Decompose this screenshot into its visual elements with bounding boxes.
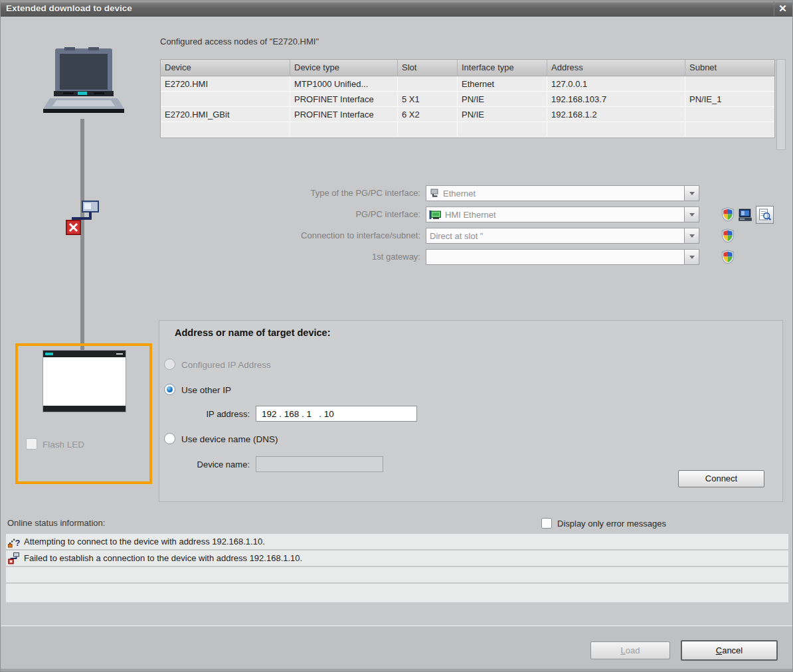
failed-connection-icon	[7, 552, 20, 564]
pgpc-interface-dropdown[interactable]: HMI Ethernet	[426, 207, 699, 222]
cell-device-type: PROFINET Interface	[290, 107, 398, 122]
security-shield-icon	[721, 228, 735, 243]
cell-subnet: PN/IE_1	[685, 92, 774, 106]
gateway-dropdown[interactable]	[426, 249, 699, 265]
footer-bar: Load Cancel	[1, 626, 792, 671]
device-name-label: Device name:	[159, 460, 250, 469]
pgpc-type-dropdown[interactable]: Ethernet	[426, 185, 699, 201]
svg-text:?: ?	[15, 538, 21, 548]
cell-device	[161, 122, 290, 137]
online-status-label: Online status information:	[7, 518, 105, 528]
cell-subnet	[685, 122, 774, 137]
cell-device-type	[290, 122, 398, 137]
flash-led-checkbox	[26, 438, 37, 450]
col-header-subnet: Subnet	[685, 60, 774, 76]
status-row[interactable]	[6, 567, 788, 582]
display-errors-checkbox[interactable]	[541, 518, 552, 529]
connection-subnet-value: Direct at slot "	[429, 231, 483, 241]
computer-icon[interactable]	[738, 208, 752, 222]
status-row[interactable]: Failed to establish a connection to the …	[6, 550, 788, 566]
use-other-ip-radio[interactable]	[164, 384, 175, 395]
broken-connection-icon	[62, 199, 101, 238]
security-shield-icon	[721, 207, 735, 222]
status-message-list: ? Attempting to connect to the device wi…	[6, 534, 788, 604]
cell-device-type: MTP1000 Unified...	[290, 76, 398, 91]
table-row[interactable]: E2720.HMI_GBit PROFINET Interface 6 X2 P…	[161, 107, 774, 122]
chevron-down-icon	[689, 234, 695, 238]
table-header-row: Device Device type Slot Interface type A…	[161, 60, 774, 76]
cell-subnet	[685, 107, 774, 122]
pgpc-interface-value: HMI Ethernet	[442, 210, 496, 220]
configured-ip-radio	[164, 359, 175, 370]
security-shield-icon	[721, 250, 735, 264]
dropdown-arrow-button[interactable]	[684, 228, 699, 243]
col-header-device-type: Device type	[290, 60, 398, 76]
pg-laptop-icon	[41, 46, 126, 120]
cell-device: E2720.HMI	[161, 76, 290, 91]
hmi-panel-icon	[43, 351, 126, 412]
col-header-device: Device	[161, 60, 290, 76]
network-card-icon	[429, 210, 442, 220]
pgpc-type-label: Type of the PG/PC interface:	[160, 185, 420, 201]
table-row[interactable]: E2720.HMI MTP1000 Unified... Ethernet 12…	[161, 76, 774, 92]
dialog-title: Extended download to device	[6, 1, 132, 17]
connection-subnet-dropdown[interactable]: Direct at slot "	[426, 228, 699, 244]
attempting-connection-icon: ?	[7, 535, 20, 548]
cell-interface-type: Ethernet	[458, 76, 547, 91]
cell-address	[547, 122, 685, 137]
col-header-address: Address	[547, 60, 685, 76]
use-device-name-radio[interactable]	[164, 433, 175, 444]
cell-slot	[398, 76, 458, 91]
cell-address: 192.168.1.2	[547, 107, 685, 122]
configured-ip-label: Configured IP Address	[181, 360, 271, 370]
status-message: Failed to establish a connection to the …	[20, 553, 302, 563]
hmi-panel-bezel-top	[43, 351, 126, 357]
col-header-slot: Slot	[398, 60, 458, 76]
connect-button-label: Connect	[679, 471, 764, 487]
load-button: Load	[590, 641, 670, 659]
load-button-label: Load	[591, 642, 669, 659]
close-icon: ✕	[778, 3, 787, 14]
status-row[interactable]	[6, 584, 788, 602]
table-row[interactable]: PROFINET Interface 5 X1 PN/IE 192.168.10…	[161, 92, 774, 107]
access-nodes-table: Device Device type Slot Interface type A…	[160, 59, 775, 138]
ip-address-label: IP address:	[159, 409, 250, 419]
col-header-interface-type: Interface type	[458, 60, 547, 76]
connect-button[interactable]: Connect	[678, 470, 764, 487]
connection-subnet-label: Connection to interface/subnet:	[160, 228, 420, 244]
gateway-label: 1st gateway:	[160, 249, 420, 265]
cell-slot	[398, 122, 458, 137]
pgpc-type-value: Ethernet	[440, 189, 476, 199]
device-name-input	[256, 456, 383, 472]
accessible-devices-search-button[interactable]	[756, 206, 774, 224]
table-scrollbar[interactable]	[776, 59, 786, 150]
use-device-name-label: Use device name (DNS)	[181, 434, 278, 444]
cancel-button[interactable]: Cancel	[681, 640, 778, 661]
cell-interface-type: PN/IE	[458, 92, 547, 106]
hmi-panel-logo	[45, 353, 53, 355]
close-button[interactable]: ✕	[774, 1, 791, 16]
cell-interface-type	[458, 122, 547, 137]
search-list-icon	[758, 209, 772, 222]
cancel-button-label: Cancel	[682, 641, 776, 659]
dropdown-arrow-button[interactable]	[684, 250, 699, 264]
dropdown-arrow-button[interactable]	[684, 207, 699, 222]
status-message: Attempting to connect to the device with…	[20, 537, 265, 546]
cell-device: E2720.HMI_GBit	[161, 107, 290, 122]
cell-slot: 6 X2	[398, 107, 458, 122]
extended-download-dialog: Extended download to device ✕ Flash	[0, 0, 793, 672]
dropdown-arrow-button[interactable]	[684, 186, 699, 201]
use-other-ip-label: Use other IP	[181, 385, 231, 395]
table-row[interactable]	[161, 122, 774, 137]
hmi-panel-bezel-mark	[116, 353, 123, 355]
pgpc-interface-label: PG/PC interface:	[160, 207, 420, 222]
hmi-panel-bezel-bottom	[43, 406, 126, 412]
ip-address-input[interactable]	[256, 406, 417, 422]
status-row[interactable]: ? Attempting to connect to the device wi…	[6, 534, 788, 549]
cell-address: 192.168.103.7	[547, 92, 685, 106]
cell-slot: 5 X1	[398, 92, 458, 106]
chevron-down-icon	[689, 213, 695, 216]
cell-device-type: PROFINET Interface	[290, 92, 398, 106]
ethernet-plug-icon	[429, 188, 440, 199]
cell-interface-type: PN/IE	[458, 107, 547, 122]
